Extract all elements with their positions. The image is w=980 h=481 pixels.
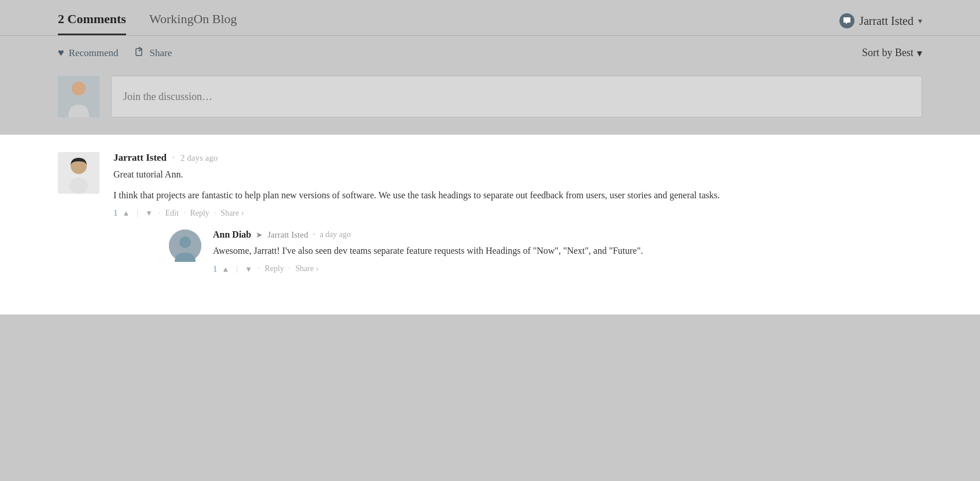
comment-1-avatar bbox=[58, 152, 100, 194]
comment-1-actions: 1 ▲ | ▼ · Edit · Reply · Share › bbox=[113, 208, 922, 218]
action-bar: ♥ Recommend Share Sort by Best ▾ bbox=[0, 36, 980, 70]
tab-blog[interactable]: WorkingOn Blog bbox=[149, 12, 237, 35]
sep-3: · bbox=[214, 209, 216, 218]
reply-1-dot: · bbox=[313, 230, 315, 240]
comment-1-dot: · bbox=[172, 153, 175, 163]
chat-icon bbox=[839, 13, 854, 28]
svg-point-10 bbox=[69, 177, 88, 194]
tab-bar-left: 2 Comments WorkingOn Blog bbox=[58, 12, 237, 35]
recommend-button[interactable]: ♥ Recommend bbox=[58, 47, 119, 59]
comments-section: Jarratt Isted · 2 days ago Great tutoria… bbox=[0, 135, 980, 314]
comment-1-downvote[interactable]: ▼ bbox=[144, 209, 154, 217]
sort-arrow-icon: ▾ bbox=[917, 47, 922, 60]
comment-1-edit[interactable]: Edit bbox=[165, 209, 179, 218]
sort-label: Sort by Best bbox=[862, 47, 913, 59]
comment-1-author: Jarratt Isted bbox=[113, 152, 167, 164]
share-button[interactable]: Share bbox=[135, 46, 172, 60]
reply-1-reply[interactable]: Reply bbox=[265, 264, 284, 273]
reply-1-avatar-img bbox=[169, 230, 201, 262]
comment-1-vote-count: 1 bbox=[113, 208, 118, 218]
discussion-area bbox=[0, 70, 980, 135]
user-dropdown-arrow[interactable]: ▾ bbox=[918, 16, 922, 26]
comment-1: Jarratt Isted · 2 days ago Great tutoria… bbox=[58, 152, 922, 274]
comment-1-time: 2 days ago bbox=[180, 153, 218, 163]
reply-1: Ann Diab ➤ Jarratt Isted · a day ago Awe… bbox=[169, 230, 922, 274]
comment-1-avatar-img bbox=[58, 152, 100, 194]
reply-1-header: Ann Diab ➤ Jarratt Isted · a day ago bbox=[213, 230, 922, 240]
reply-1-avatar bbox=[169, 230, 201, 262]
page-wrapper: 2 Comments WorkingOn Blog Jarratt Isted … bbox=[0, 0, 980, 314]
sort-button[interactable]: Sort by Best ▾ bbox=[862, 47, 922, 60]
comment-1-header: Jarratt Isted · 2 days ago bbox=[113, 152, 922, 164]
reply-1-vote-count: 1 bbox=[213, 264, 218, 274]
sep-4: · bbox=[258, 264, 260, 273]
reply-1-body: Ann Diab ➤ Jarratt Isted · a day ago Awe… bbox=[213, 230, 922, 274]
svg-point-7 bbox=[72, 82, 86, 95]
sep-2: · bbox=[183, 209, 186, 218]
tab-bar: 2 Comments WorkingOn Blog Jarratt Isted … bbox=[0, 0, 980, 36]
reply-1-share[interactable]: Share › bbox=[296, 264, 319, 273]
comment-1-upvote[interactable]: ▲ bbox=[121, 209, 131, 217]
reply-1-to: Jarratt Isted bbox=[267, 230, 308, 240]
reply-1-actions: 1 ▲ | ▼ · Reply · Share › bbox=[213, 264, 922, 274]
reply-1-text: Awesome, Jarratt! I've also seen dev tea… bbox=[213, 243, 922, 258]
reply-1-time: a day ago bbox=[320, 230, 351, 239]
comment-1-reply[interactable]: Reply bbox=[190, 209, 209, 218]
heart-icon: ♥ bbox=[58, 47, 64, 59]
user-name[interactable]: Jarratt Isted bbox=[859, 14, 913, 28]
vote-divider-1: | bbox=[137, 209, 138, 218]
reply-arrow-icon: ➤ bbox=[256, 230, 263, 240]
tab-comments-label: 2 Comments bbox=[58, 12, 126, 26]
vote-divider-2: | bbox=[236, 264, 238, 273]
comment-1-text2: I think that projects are fantastic to h… bbox=[113, 188, 922, 203]
comment-1-body: Jarratt Isted · 2 days ago Great tutoria… bbox=[113, 152, 922, 274]
reply-1-upvote[interactable]: ▲ bbox=[221, 265, 231, 273]
svg-point-12 bbox=[179, 236, 191, 248]
comment-1-share[interactable]: Share › bbox=[220, 209, 244, 218]
reply-1-author: Ann Diab bbox=[213, 230, 251, 240]
discussion-input[interactable] bbox=[111, 76, 922, 117]
comment-1-text1: Great tutorial Ann. bbox=[113, 167, 922, 182]
share-label: Share bbox=[150, 47, 172, 59]
tab-blog-label: WorkingOn Blog bbox=[149, 12, 237, 26]
sep-5: · bbox=[289, 264, 291, 273]
action-bar-left: ♥ Recommend Share bbox=[58, 46, 172, 60]
reply-1-downvote[interactable]: ▼ bbox=[244, 265, 253, 273]
sep-1: · bbox=[159, 209, 161, 218]
current-user-avatar bbox=[58, 76, 100, 117]
avatar-silhouette bbox=[58, 76, 100, 117]
tab-comments[interactable]: 2 Comments bbox=[58, 12, 126, 35]
recommend-label: Recommend bbox=[69, 47, 119, 59]
tab-bar-right: Jarratt Isted ▾ bbox=[839, 13, 922, 35]
share-icon bbox=[135, 46, 145, 60]
